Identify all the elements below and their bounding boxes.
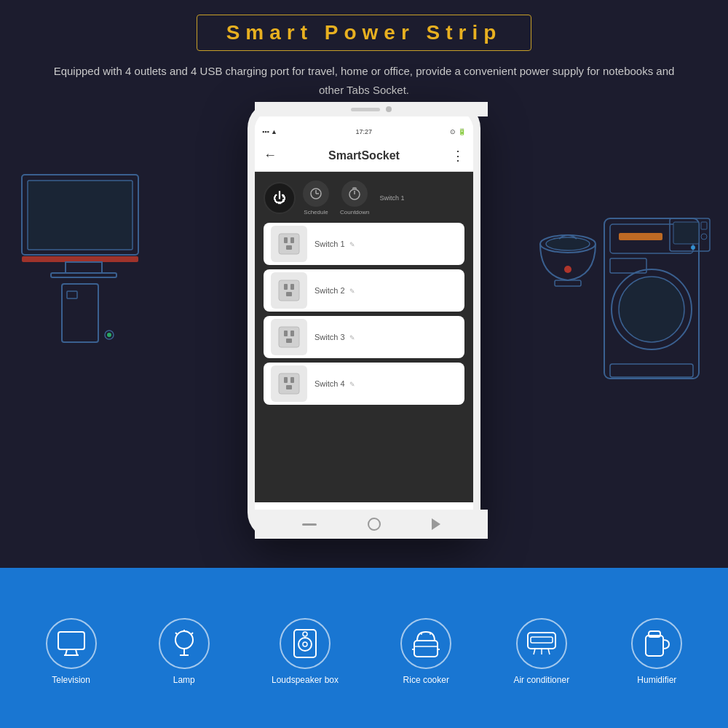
svg-rect-35 <box>284 284 288 290</box>
switch4-name: Switch 4 ✎ <box>314 379 355 388</box>
control-top-row: ⏻ <box>264 181 464 215</box>
svg-line-47 <box>66 649 67 655</box>
phone-mockup: ▪▪▪ ▲ 17:27 ⊙ 🔋 ← SmartSocket ⋮ <box>248 102 480 539</box>
page-title: Smart Power Strip <box>226 21 502 44</box>
svg-rect-6 <box>67 291 77 298</box>
svg-rect-41 <box>286 339 292 343</box>
svg-point-59 <box>303 632 307 636</box>
menu-button[interactable]: ⋮ <box>451 148 464 164</box>
signal-icons: ▪▪▪ ▲ <box>262 128 277 135</box>
switch1-name: Switch 1 ✎ <box>314 240 355 248</box>
svg-rect-45 <box>286 385 292 389</box>
svg-rect-67 <box>531 637 553 643</box>
svg-point-23 <box>701 234 707 240</box>
humidifier-label: Humidifier <box>637 675 676 685</box>
outlet-graphic-2 <box>271 272 307 309</box>
television-icon-circle <box>46 618 97 669</box>
outlet-graphic-4 <box>271 365 307 402</box>
tv-illustration <box>15 167 160 360</box>
svg-rect-1 <box>28 181 132 250</box>
title-container: Smart Power Strip <box>0 0 728 51</box>
title-border: Smart Power Strip <box>197 15 532 51</box>
humidifier-icon-circle <box>631 618 682 669</box>
appliance-ac: Air conditioner <box>513 618 569 685</box>
svg-line-54 <box>175 633 177 634</box>
svg-point-11 <box>564 266 571 273</box>
rice-cooker-icon-circle <box>400 618 451 669</box>
ac-icon-circle <box>516 618 567 669</box>
app-title: SmartSocket <box>328 149 400 162</box>
power-icon: ⏻ <box>273 191 286 206</box>
status-time: 17:27 <box>355 128 372 135</box>
svg-rect-21 <box>673 222 699 244</box>
phone-top-bar <box>255 102 488 116</box>
countdown-button[interactable]: Countdown <box>340 181 369 215</box>
schedule-buttons: Schedule <box>303 181 369 215</box>
power-button[interactable]: ⏻ <box>264 182 296 214</box>
nav-home-btn[interactable] <box>368 518 381 531</box>
svg-rect-56 <box>294 630 316 657</box>
schedule-label: Schedule <box>304 209 328 215</box>
appliance-icons-row: Television Lamp <box>0 618 728 685</box>
svg-rect-43 <box>284 377 288 383</box>
loudspeaker-icon-circle <box>280 618 331 669</box>
schedule-button[interactable]: Schedule <box>303 181 329 215</box>
top-section: Smart Power Strip Equipped with 4 outlet… <box>0 0 728 568</box>
outlet-3[interactable]: Switch 3 ✎ <box>264 316 464 358</box>
television-label: Television <box>52 675 90 685</box>
phone-screen: ▪▪▪ ▲ 17:27 ⊙ 🔋 ← SmartSocket ⋮ <box>255 124 473 502</box>
svg-rect-39 <box>284 331 288 336</box>
svg-point-10 <box>546 237 590 250</box>
television-icon <box>57 630 86 657</box>
svg-rect-32 <box>290 237 294 243</box>
rice-cooker-label: Rice cooker <box>403 675 449 685</box>
svg-rect-38 <box>279 327 299 347</box>
rice-cooker-icon <box>411 629 440 658</box>
battery-icons: ⊙ 🔋 <box>450 128 466 135</box>
svg-line-48 <box>76 649 77 655</box>
back-button[interactable]: ← <box>264 148 277 163</box>
screen-content: ⏻ <box>255 172 473 502</box>
svg-rect-17 <box>619 233 662 240</box>
humidifier-icon <box>643 628 670 659</box>
appliance-lamp: Lamp <box>159 618 210 685</box>
svg-rect-40 <box>290 331 294 336</box>
svg-rect-34 <box>279 280 299 301</box>
svg-rect-71 <box>646 636 663 656</box>
appliance-rice-cooker: Rice cooker <box>400 618 451 685</box>
appliance-humidifier: Humidifier <box>631 618 682 685</box>
svg-point-58 <box>303 642 307 646</box>
svg-rect-19 <box>610 364 693 377</box>
svg-rect-66 <box>528 633 555 649</box>
svg-rect-31 <box>284 237 288 243</box>
lamp-icon <box>171 629 197 658</box>
svg-rect-3 <box>66 262 102 273</box>
app-header: ← SmartSocket ⋮ <box>255 140 473 172</box>
svg-rect-42 <box>279 373 299 394</box>
svg-rect-46 <box>58 632 84 649</box>
svg-rect-44 <box>290 377 294 383</box>
nav-back-btn[interactable] <box>432 518 440 530</box>
svg-rect-22 <box>701 222 707 229</box>
appliance-television: Television <box>46 618 97 685</box>
outlet-graphic-1 <box>271 226 307 262</box>
switch3-name: Switch 3 ✎ <box>314 333 355 341</box>
outlet-2[interactable]: Switch 2 ✎ <box>264 269 464 312</box>
phone-camera <box>386 106 392 112</box>
outlet-1[interactable]: Switch 1 ✎ <box>264 223 464 265</box>
bottom-section: Television Lamp <box>0 568 728 728</box>
outlet-graphic-3 <box>271 319 307 355</box>
svg-point-50 <box>175 631 193 649</box>
svg-rect-30 <box>279 234 299 254</box>
svg-line-68 <box>534 649 535 654</box>
subtitle-text: Equipped with 4 outlets and 4 USB chargi… <box>0 62 728 99</box>
outlet-4[interactable]: Switch 4 ✎ <box>264 363 464 405</box>
svg-rect-60 <box>414 641 438 657</box>
nav-menu-btn[interactable] <box>302 523 317 526</box>
svg-point-8 <box>107 333 111 337</box>
svg-line-70 <box>548 649 550 654</box>
svg-point-57 <box>298 638 312 651</box>
wm-illustration <box>524 175 713 396</box>
loudspeaker-icon <box>291 628 319 659</box>
svg-point-15 <box>619 277 684 342</box>
